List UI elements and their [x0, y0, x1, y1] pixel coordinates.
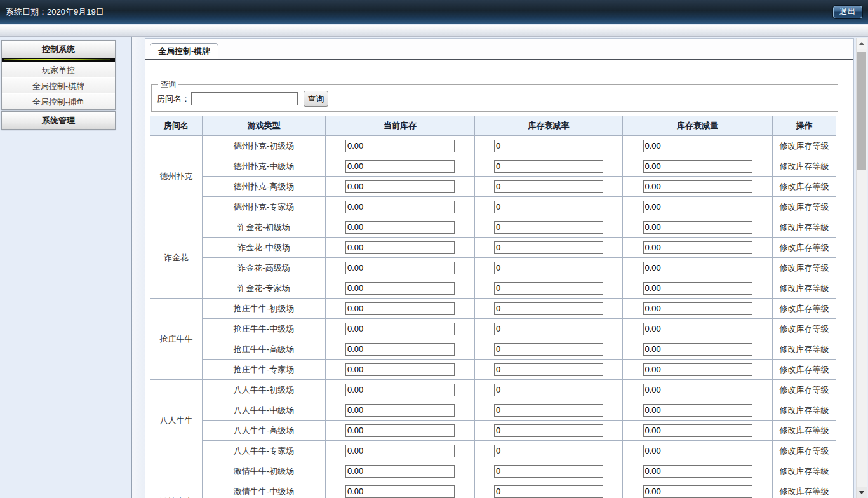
current-stock-input[interactable]: [345, 323, 455, 335]
decay-amount-input[interactable]: [643, 445, 752, 457]
decay-amount-input[interactable]: [643, 221, 752, 234]
current-stock-input[interactable]: [345, 343, 455, 356]
modify-stock-level-link[interactable]: 修改库存等级: [780, 446, 829, 455]
modify-stock-level-link[interactable]: 修改库存等级: [780, 141, 829, 151]
modify-stock-level-link[interactable]: 修改库存等级: [780, 202, 829, 212]
sidebar-item-0[interactable]: 玩家单控: [2, 62, 115, 77]
modify-stock-level-link[interactable]: 修改库存等级: [780, 161, 829, 171]
room-name-input[interactable]: [191, 92, 298, 105]
decay-rate-input[interactable]: [494, 180, 603, 193]
modify-stock-level-link[interactable]: 修改库存等级: [780, 487, 829, 496]
tab-global-control-chess[interactable]: 全局控制-棋牌: [150, 43, 218, 59]
decay-rate-input[interactable]: [494, 404, 603, 417]
decay-rate-input[interactable]: [494, 201, 603, 213]
current-stock-input[interactable]: [345, 424, 455, 437]
table-row: 激情牛牛激情牛牛-初级场修改库存等级: [150, 461, 836, 481]
decay-amount-input[interactable]: [643, 282, 752, 295]
modify-stock-level-link[interactable]: 修改库存等级: [780, 344, 829, 354]
modify-stock-level-link[interactable]: 修改库存等级: [780, 385, 829, 394]
current-stock-cell: [326, 441, 475, 461]
scroll-down-button[interactable]: [857, 487, 867, 498]
current-stock-input[interactable]: [345, 485, 455, 498]
current-stock-input[interactable]: [345, 262, 455, 274]
decay-amount-input[interactable]: [643, 404, 752, 417]
decay-rate-input[interactable]: [494, 465, 603, 478]
current-stock-input[interactable]: [345, 160, 455, 173]
decay-amount-input[interactable]: [643, 201, 752, 213]
scroll-up-button[interactable]: [857, 38, 867, 49]
decay-rate-input[interactable]: [494, 160, 603, 173]
decay-rate-cell: [475, 421, 623, 441]
decay-amount-input[interactable]: [643, 485, 752, 498]
current-stock-input[interactable]: [345, 140, 455, 152]
logout-button[interactable]: 退出: [833, 6, 862, 18]
current-stock-input[interactable]: [345, 445, 455, 457]
scroll-thumb[interactable]: [857, 52, 866, 170]
modify-stock-level-link[interactable]: 修改库存等级: [780, 182, 829, 191]
table-row: 德州扑克-专家场修改库存等级: [150, 197, 836, 217]
decay-amount-input[interactable]: [643, 241, 752, 254]
decay-rate-input[interactable]: [494, 485, 603, 498]
current-stock-cell: [326, 177, 475, 197]
modify-stock-level-link[interactable]: 修改库存等级: [780, 243, 829, 252]
current-stock-cell: [326, 299, 475, 319]
modify-stock-level-link[interactable]: 修改库存等级: [780, 466, 829, 476]
decay-rate-input[interactable]: [494, 343, 603, 356]
decay-amount-input[interactable]: [643, 160, 752, 173]
modify-stock-level-link[interactable]: 修改库存等级: [780, 324, 829, 333]
decay-amount-input[interactable]: [643, 384, 752, 396]
current-stock-input[interactable]: [345, 201, 455, 213]
decay-rate-input[interactable]: [494, 363, 603, 376]
modify-stock-level-link[interactable]: 修改库存等级: [780, 304, 829, 313]
query-button[interactable]: 查询: [304, 91, 328, 107]
game-type-cell: 德州扑克-专家场: [203, 197, 326, 217]
sidebar-header-system-management[interactable]: 系统管理: [2, 112, 115, 129]
current-stock-cell: [326, 217, 475, 238]
decay-rate-input[interactable]: [494, 424, 603, 437]
modify-stock-level-link[interactable]: 修改库存等级: [780, 222, 829, 232]
modify-stock-level-link[interactable]: 修改库存等级: [780, 283, 829, 293]
decay-rate-input[interactable]: [494, 323, 603, 335]
current-stock-input[interactable]: [345, 404, 455, 417]
decay-amount-input[interactable]: [643, 180, 752, 193]
sidebar-header-control-system[interactable]: 控制系统: [2, 41, 115, 58]
decay-rate-input[interactable]: [494, 262, 603, 274]
current-stock-input[interactable]: [345, 241, 455, 254]
sidebar-item-2[interactable]: 全局控制-捕鱼: [2, 93, 115, 109]
decay-rate-input[interactable]: [494, 241, 603, 254]
current-stock-input[interactable]: [345, 282, 455, 295]
decay-amount-input[interactable]: [643, 140, 752, 152]
decay-rate-input[interactable]: [494, 282, 603, 295]
modify-stock-level-link[interactable]: 修改库存等级: [780, 365, 829, 374]
game-type-cell: 八人牛牛-中级场: [203, 400, 326, 421]
decay-amount-input[interactable]: [643, 424, 752, 437]
decay-rate-input[interactable]: [494, 445, 603, 457]
decay-amount-input[interactable]: [643, 262, 752, 274]
action-cell: 修改库存等级: [773, 400, 836, 421]
column-header-5: 操作: [773, 116, 836, 136]
group-name-cell: 八人牛牛: [150, 380, 203, 461]
current-stock-input[interactable]: [345, 384, 455, 396]
modify-stock-level-link[interactable]: 修改库存等级: [780, 263, 829, 273]
sidebar-splitter[interactable]: [132, 37, 145, 498]
modify-stock-level-link[interactable]: 修改库存等级: [780, 405, 829, 415]
decay-amount-input[interactable]: [643, 363, 752, 376]
decay-amount-input[interactable]: [643, 465, 752, 478]
decay-amount-input[interactable]: [643, 323, 752, 335]
decay-amount-input[interactable]: [643, 302, 752, 315]
decay-rate-cell: [475, 441, 623, 461]
current-stock-input[interactable]: [345, 363, 455, 376]
decay-rate-input[interactable]: [494, 221, 603, 234]
decay-rate-input[interactable]: [494, 140, 603, 152]
modify-stock-level-link[interactable]: 修改库存等级: [780, 426, 829, 435]
current-stock-input[interactable]: [345, 221, 455, 234]
decay-rate-input[interactable]: [494, 302, 603, 315]
current-stock-input[interactable]: [345, 465, 455, 478]
decay-amount-input[interactable]: [643, 343, 752, 356]
vertical-scrollbar[interactable]: [856, 38, 867, 498]
decay-rate-input[interactable]: [494, 384, 603, 396]
sidebar-item-1[interactable]: 全局控制-棋牌: [2, 77, 115, 93]
current-stock-input[interactable]: [345, 302, 455, 315]
current-stock-input[interactable]: [345, 180, 455, 193]
decay-amount-cell: [623, 299, 773, 319]
